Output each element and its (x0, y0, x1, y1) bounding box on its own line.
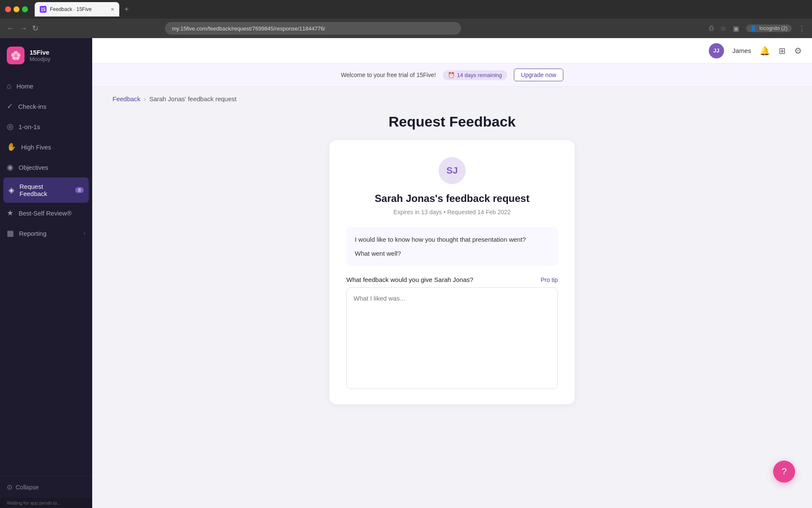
notifications-button[interactable]: 🔔 (760, 46, 770, 56)
sidebar-item-label: Check-ins (18, 103, 85, 110)
sidebar-item-checkins[interactable]: ✓ Check-ins (0, 96, 92, 116)
reporting-icon: ▦ (7, 229, 14, 238)
incognito-badge: 👤 Incognito (2) (746, 25, 792, 32)
sidebar-item-label: Home (16, 83, 85, 90)
questions-block: I would like to know how you thought tha… (346, 227, 558, 266)
upgrade-button[interactable]: Upgrade now (514, 69, 563, 81)
trial-banner: Welcome to your free trial of 15Five! ⏰ … (92, 64, 812, 87)
status-text: Waiting for app.pendo.io... (7, 500, 61, 505)
sidebar-item-label: Best-Self Review® (19, 210, 85, 217)
pro-tip-link[interactable]: Pro tip (541, 276, 558, 283)
browser-actions: ⎙ ☆ ▣ 👤 Incognito (2) ⋮ (709, 25, 805, 33)
card-title: Sarah Jonas's feedback request (346, 193, 558, 204)
feedback-textarea[interactable] (346, 287, 558, 389)
tab-title: Feedback · 15Five (50, 6, 107, 12)
collapse-label: Collapse (16, 484, 38, 491)
breadcrumb-current: Sarah Jonas' feedback request (149, 95, 236, 102)
page-title-bar: Request Feedback (92, 107, 812, 140)
sidebar-nav: ⌂ Home ✓ Check-ins ◎ 1-on-1s ✋ High Five… (0, 73, 92, 476)
sidebar-item-requestfeedback[interactable]: ◈ Request Feedback 8 (3, 177, 89, 203)
tab-favicon: 15 (40, 6, 47, 13)
sidebar: 🌸 15Five Moodjoy ⌂ Home ✓ Check-ins ◎ 1-… (0, 38, 92, 508)
address-bar: ← → ↻ my.15five.com/feedback/request/769… (0, 19, 812, 38)
minimize-dot[interactable] (14, 6, 19, 12)
help-button[interactable]: ? (773, 461, 795, 483)
apps-button[interactable]: ⊞ (779, 46, 786, 56)
settings-button[interactable]: ⚙ (794, 46, 802, 56)
sidebar-item-label: High Fives (21, 144, 85, 151)
active-tab[interactable]: 15 Feedback · 15Five × (35, 2, 119, 17)
1on1-icon: ◎ (7, 122, 14, 131)
breadcrumb: Feedback › Sarah Jonas' feedback request (92, 87, 812, 107)
clock-icon: ⏰ (448, 72, 455, 78)
feedback-icon: ◈ (8, 185, 14, 195)
trial-days-badge: ⏰ 14 days remaining (443, 70, 507, 80)
brand-name: 15Five (30, 49, 50, 56)
status-bar: Waiting for app.pendo.io... (0, 498, 92, 508)
maximize-dot[interactable] (22, 6, 28, 12)
avatar: JJ (709, 43, 724, 58)
sidebar-item-label: Request Feedback (19, 183, 70, 197)
bestself-icon: ★ (7, 208, 14, 218)
tab-close-button[interactable]: × (111, 6, 114, 13)
sidebar-item-label: Reporting (19, 230, 79, 237)
back-button[interactable]: ← (7, 24, 14, 33)
brand-sub: Moodjoy (30, 56, 50, 62)
card-meta: Expires in 13 days • Requested 14 Feb 20… (346, 209, 558, 215)
collapse-button[interactable]: ⊙ Collapse (0, 476, 92, 498)
bookmark-button[interactable]: ☆ (720, 25, 726, 33)
feedback-badge: 8 (75, 187, 84, 193)
brand-text: 15Five Moodjoy (30, 49, 50, 62)
objectives-icon: ◉ (7, 163, 14, 172)
sidebar-item-label: Objectives (19, 164, 85, 171)
brand: 🌸 15Five Moodjoy (0, 38, 92, 73)
brand-logo: 🌸 (7, 47, 25, 64)
window-controls (5, 6, 28, 12)
app-layout: 🌸 15Five Moodjoy ⌂ Home ✓ Check-ins ◎ 1-… (0, 38, 812, 508)
refresh-button[interactable]: ↻ (32, 24, 38, 33)
menu-button[interactable]: ⋮ (798, 25, 805, 33)
breadcrumb-separator: › (144, 95, 146, 102)
collapse-icon: ⊙ (7, 483, 12, 491)
question-2: What went well? (355, 249, 549, 259)
feedback-card: SJ Sarah Jonas's feedback request Expire… (329, 140, 575, 404)
page-content: Feedback › Sarah Jonas' feedback request… (92, 87, 812, 508)
browser-chrome: 15 Feedback · 15Five × + ← → ↻ my.15five… (0, 0, 812, 38)
close-dot[interactable] (5, 6, 11, 12)
forward-button[interactable]: → (19, 24, 27, 33)
trial-text: Welcome to your free trial of 15Five! (341, 72, 436, 78)
url-field[interactable]: my.15five.com/feedback/request/7699845/r… (165, 22, 461, 35)
sidebar-item-highfives[interactable]: ✋ High Fives (0, 137, 92, 157)
home-icon: ⌂ (7, 82, 11, 91)
new-tab-button[interactable]: + (124, 5, 129, 14)
sidebar-item-home[interactable]: ⌂ Home (0, 76, 92, 96)
breadcrumb-parent-link[interactable]: Feedback (112, 95, 140, 102)
chevron-down-icon: › (84, 230, 85, 236)
checkins-icon: ✓ (7, 102, 13, 111)
highfives-icon: ✋ (7, 142, 16, 152)
requester-avatar: SJ (439, 157, 466, 184)
trial-days-label: 14 days remaining (457, 72, 502, 78)
sidebar-item-reporting[interactable]: ▦ Reporting › (0, 223, 92, 243)
sidebar-item-bestself[interactable]: ★ Best-Self Review® (0, 203, 92, 223)
sidebar-toggle[interactable]: ▣ (733, 25, 739, 33)
sidebar-item-objectives[interactable]: ◉ Objectives (0, 157, 92, 177)
main-area: JJ James 🔔 ⊞ ⚙ Welcome to your free tria… (92, 38, 812, 508)
user-name: James (732, 47, 751, 54)
feedback-form-header: What feedback would you give Sarah Jonas… (346, 276, 558, 283)
feedback-form-label: What feedback would you give Sarah Jonas… (346, 276, 473, 283)
cast-button[interactable]: ⎙ (709, 25, 713, 32)
question-1: I would like to know how you thought tha… (355, 235, 549, 245)
page-title: Request Feedback (92, 113, 812, 130)
url-text: my.15five.com/feedback/request/7699845/r… (172, 25, 325, 32)
sidebar-item-1on1s[interactable]: ◎ 1-on-1s (0, 116, 92, 137)
top-header: JJ James 🔔 ⊞ ⚙ (92, 38, 812, 64)
sidebar-item-label: 1-on-1s (19, 123, 85, 130)
